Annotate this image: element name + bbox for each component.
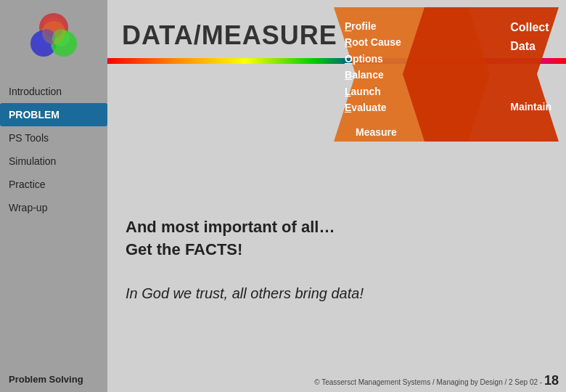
sidebar: Introduction PROBLEM PS Tools Simulation… — [0, 0, 107, 392]
sidebar-item-problem[interactable]: PROBLEM — [0, 103, 107, 126]
main-text: And most important of all… Get the FACTS… — [126, 216, 548, 261]
sidebar-item-wrap-up[interactable]: Wrap-up — [0, 196, 107, 219]
italic-text: In God we trust, all others bring data! — [126, 283, 548, 303]
svg-point-6 — [52, 29, 70, 46]
sidebar-item-simulation[interactable]: Simulation — [0, 150, 107, 173]
sidebar-bottom-label: Problem Solving — [0, 367, 107, 392]
content-body: And most important of all… Get the FACTS… — [107, 216, 566, 303]
sidebar-item-practice[interactable]: Practice — [0, 173, 107, 196]
diagram-left-text: Profile Root Cause Options Balance Launc… — [345, 18, 401, 115]
header: DATA/MEASURE Profile Root Cause Options … — [107, 0, 566, 58]
sidebar-item-introduction[interactable]: Introduction — [0, 80, 107, 103]
sidebar-nav: Introduction PROBLEM PS Tools Simulation… — [0, 80, 107, 219]
footer: © Teassersct Management Systems / Managi… — [314, 373, 559, 388]
measure-label: Measure — [356, 126, 397, 138]
sidebar-item-ps-tools[interactable]: PS Tools — [0, 126, 107, 150]
bowtie-diagram: Profile Root Cause Options Balance Launc… — [334, 7, 559, 142]
diagram-container: Profile Root Cause Options Balance Launc… — [334, 7, 559, 152]
page-title: DATA/MEASURE — [122, 20, 337, 51]
main-content: DATA/MEASURE Profile Root Cause Options … — [107, 0, 566, 392]
logo — [25, 7, 83, 65]
diagram-right-text: Collect Data Maintain — [510, 18, 551, 115]
